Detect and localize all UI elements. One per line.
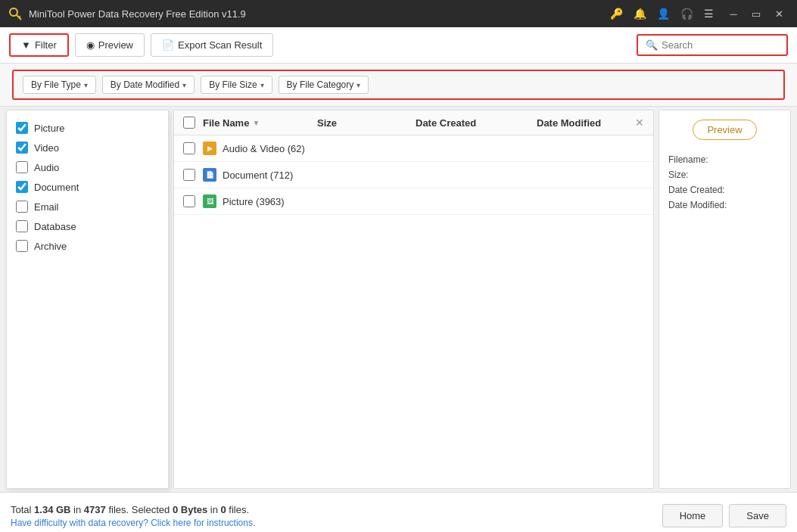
- filter-item-audio[interactable]: Audio: [16, 157, 159, 177]
- table-row[interactable]: 📄 Document (712): [174, 162, 653, 188]
- filter-item-archive[interactable]: Archive: [16, 236, 159, 256]
- svg-line-2: [19, 16, 20, 17]
- document-checkbox[interactable]: [16, 181, 28, 193]
- total-prefix: Total: [11, 504, 34, 515]
- preview-filename: Filename:: [668, 152, 781, 167]
- filter-item-picture[interactable]: Picture: [16, 118, 159, 138]
- archive-label: Archive: [34, 241, 67, 252]
- filesize-dropdown[interactable]: By File Size ▾: [201, 76, 272, 94]
- selected-count: 0: [221, 504, 226, 515]
- key-icon[interactable]: 🔑: [610, 8, 623, 20]
- table-close-button[interactable]: ✕: [635, 117, 644, 129]
- preview-oval-label: Preview: [707, 124, 742, 135]
- export-icon: 📄: [162, 39, 174, 51]
- filecategory-dropdown[interactable]: By File Category ▾: [279, 76, 369, 94]
- datemodified-dropdown[interactable]: By Date Modified ▾: [102, 76, 195, 94]
- preview-date-modified: Date Modified:: [668, 198, 781, 213]
- file-table-panel: File Name ▼ Size Date Created Date Modif…: [173, 110, 654, 489]
- table-row[interactable]: 🖼 Picture (3963): [174, 188, 653, 215]
- filter-item-document[interactable]: Document: [16, 177, 159, 197]
- email-checkbox[interactable]: [16, 201, 28, 213]
- preview-button[interactable]: ◉ Preview: [75, 33, 145, 57]
- titlebar-icons: 🔑 🔔 👤 🎧 ☰: [610, 8, 714, 20]
- close-button[interactable]: ✕: [768, 3, 789, 24]
- row-pic-label: Picture (3963): [223, 196, 285, 207]
- picture-checkbox[interactable]: [16, 122, 28, 134]
- user-icon[interactable]: 👤: [657, 8, 670, 20]
- filecategory-label: By File Category: [287, 79, 354, 90]
- preview-oval-button[interactable]: Preview: [693, 120, 756, 140]
- svg-point-0: [10, 8, 17, 16]
- audio-checkbox[interactable]: [16, 161, 28, 173]
- row-av-name: ▶ Audio & Video (62): [203, 142, 326, 155]
- filename-label: Filename:: [668, 154, 708, 165]
- home-button[interactable]: Home: [662, 504, 724, 527]
- size-label: Size:: [668, 170, 689, 180]
- help-link[interactable]: Have difficulty with data recovery? Clic…: [11, 518, 255, 528]
- search-input[interactable]: [662, 39, 779, 51]
- preview-meta: Filename: Size: Date Created: Date Modif…: [668, 152, 781, 213]
- window-controls: ─ ▭ ✕: [723, 3, 789, 24]
- preview-panel: Preview Filename: Size: Date Created: Da…: [658, 110, 791, 489]
- preview-icon: ◉: [86, 39, 95, 51]
- pic-type-icon: 🖼: [203, 194, 216, 208]
- file-count: 4737: [84, 504, 106, 515]
- filesize-arrow-icon: ▾: [260, 81, 264, 89]
- row-doc-name: 📄 Document (712): [203, 168, 326, 182]
- video-checkbox[interactable]: [16, 142, 28, 154]
- filetype-label: By File Type: [31, 79, 81, 90]
- files-suffix2: files.: [226, 504, 249, 515]
- date-created-label: Date Created:: [668, 185, 725, 195]
- doc-type-icon: 📄: [203, 168, 216, 182]
- filterbar-wrapper: By File Type ▾ By Date Modified ▾ By Fil…: [0, 64, 797, 107]
- filetype-dropdown[interactable]: By File Type ▾: [23, 76, 96, 94]
- datemodified-label: By Date Modified: [111, 79, 179, 90]
- archive-checkbox[interactable]: [16, 240, 28, 252]
- total-size: 1.34 GB: [34, 504, 70, 515]
- filter-item-email[interactable]: Email: [16, 197, 159, 216]
- video-label: Video: [34, 142, 59, 154]
- bell-icon[interactable]: 🔔: [634, 8, 646, 20]
- audio-label: Audio: [34, 162, 59, 173]
- row-doc-checkbox[interactable]: [183, 169, 195, 181]
- filterbar: By File Type ▾ By Date Modified ▾ By Fil…: [12, 70, 785, 100]
- sort-arrow-icon: ▼: [252, 119, 260, 127]
- database-label: Database: [34, 221, 76, 232]
- row-av-checkbox[interactable]: [183, 142, 195, 154]
- filter-button[interactable]: ▼ Filter: [9, 33, 69, 57]
- toolbar: ▼ Filter ◉ Preview 📄 Export Scan Result …: [0, 27, 797, 64]
- col-filename-header: File Name ▼: [203, 117, 310, 129]
- search-icon: 🔍: [646, 39, 658, 51]
- filesize-label: By File Size: [209, 79, 257, 90]
- titlebar-title: MiniTool Power Data Recovery Free Editio…: [29, 8, 246, 20]
- filter-label: Filter: [35, 39, 57, 51]
- minimize-button[interactable]: ─: [723, 3, 744, 24]
- filter-item-video[interactable]: Video: [16, 138, 159, 157]
- in-text: in: [71, 504, 84, 515]
- filter-item-database[interactable]: Database: [16, 216, 159, 236]
- statusbar: Total 1.34 GB in 4737 files. Selected 0 …: [0, 492, 797, 532]
- col-size-header: Size: [317, 117, 408, 129]
- main-content: Picture Video Audio Document Email Datab…: [0, 107, 797, 492]
- filter-panel: Picture Video Audio Document Email Datab…: [6, 110, 169, 489]
- files-suffix: files. Selected: [106, 504, 173, 515]
- select-all-checkbox[interactable]: [183, 117, 195, 129]
- filetype-arrow-icon: ▾: [84, 81, 88, 89]
- row-pic-name: 🖼 Picture (3963): [203, 194, 326, 208]
- maximize-button[interactable]: ▭: [746, 3, 767, 24]
- row-pic-checkbox[interactable]: [183, 195, 195, 207]
- date-modified-label: Date Modified:: [668, 200, 727, 210]
- statusbar-right: Home Save: [662, 504, 786, 527]
- document-label: Document: [34, 182, 79, 193]
- filecategory-arrow-icon: ▾: [356, 81, 360, 89]
- export-button[interactable]: 📄 Export Scan Result: [151, 33, 273, 57]
- status-text: Total 1.34 GB in 4737 files. Selected 0 …: [11, 504, 255, 515]
- headphone-icon[interactable]: 🎧: [680, 8, 693, 20]
- database-checkbox[interactable]: [16, 220, 28, 232]
- app-icon: [8, 6, 23, 21]
- save-button[interactable]: Save: [729, 504, 786, 527]
- table-row[interactable]: ▶ Audio & Video (62): [174, 135, 653, 162]
- menu-icon[interactable]: ☰: [704, 8, 714, 20]
- col-created-header: Date Created: [416, 117, 529, 129]
- export-label: Export Scan Result: [178, 39, 262, 51]
